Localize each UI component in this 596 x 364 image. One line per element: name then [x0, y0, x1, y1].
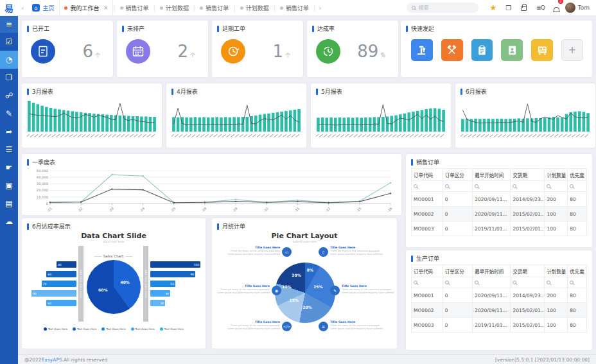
column-header[interactable]: 最早开始时间 [473, 169, 511, 181]
column-header[interactable]: 优先度 [568, 265, 587, 277]
callout-title: Title Goes Here [216, 284, 270, 288]
sales-orders-card: 销售订单 订单代码订单区分最早开始时间交货期计划数量优先度MO000102020… [406, 154, 592, 247]
username: Tom [578, 4, 590, 11]
copyright-suffix: .All rights reserved [62, 357, 108, 363]
stat-unit: % [380, 53, 385, 58]
lock-icon[interactable] [521, 6, 527, 11]
filter-cell[interactable] [443, 181, 473, 192]
staff-button[interactable] [501, 39, 523, 61]
column-header[interactable]: 订单代码 [412, 265, 443, 277]
filter-cell[interactable] [473, 181, 511, 192]
sidebar-item-production-schedule[interactable]: ◔ [0, 51, 18, 69]
column-header[interactable]: 订单代码 [412, 169, 443, 181]
card-title: 月统计单 [222, 222, 245, 230]
equipment-button[interactable] [531, 39, 553, 61]
tab-item-3[interactable]: 销售订单 [195, 0, 233, 16]
add-quick-button[interactable]: + [561, 39, 583, 61]
column-header[interactable]: 计划数量 [545, 169, 568, 181]
svg-text:-10: -10 [263, 207, 269, 213]
tab-item-5[interactable]: 销售订单 [276, 0, 313, 16]
repair-button[interactable] [441, 39, 463, 61]
sidebar-item-document[interactable]: ✎ [0, 105, 18, 123]
tab-item-4[interactable]: 计划数据 [236, 0, 274, 16]
filter-cell[interactable] [443, 277, 473, 288]
filter-cell[interactable] [545, 181, 568, 192]
search-input[interactable] [418, 5, 469, 11]
table-cell: 0 [443, 192, 473, 207]
stat-card-header: 延期工单 [217, 24, 298, 33]
slide-left-bar: 40 [57, 261, 76, 268]
avatar[interactable] [565, 3, 575, 13]
column-header[interactable]: 订单区分 [443, 169, 473, 181]
column-header[interactable]: 交货期 [511, 169, 545, 181]
filter-cell[interactable] [511, 277, 545, 288]
order-button[interactable] [471, 39, 493, 61]
sidebar-item-task-board[interactable]: ☑ [0, 33, 18, 51]
sidebar-item-menu-collapse[interactable]: ≡ [0, 16, 18, 33]
column-header[interactable]: 交货期 [511, 265, 545, 277]
fullscreen-icon[interactable]: ❐ [505, 4, 511, 12]
favorite-star-icon[interactable]: ★ [489, 3, 496, 12]
filter-cell[interactable] [568, 277, 587, 288]
filter-cell[interactable] [545, 277, 568, 288]
slide-center: Sales Chart 60% 40% [85, 254, 141, 314]
table-row[interactable]: MO000302019/11/01...2015/02/01...10080 [412, 221, 587, 236]
table-row[interactable]: MO000102020/09/11...2014/09/23...20080 [412, 288, 587, 303]
filter-cell[interactable] [473, 277, 511, 288]
filter-cell[interactable] [568, 181, 587, 192]
achievement-slide-title: 6月达成率展示 [27, 222, 200, 230]
bar-value: 100 [193, 263, 199, 266]
month-chart-wrap [27, 97, 157, 147]
back-chevron-icon[interactable]: ‹ [18, 4, 27, 12]
table-row[interactable]: MO000302019/11/01...2015/02/01...10080 [412, 318, 587, 333]
sidebar-item-material-book[interactable]: ❒ [0, 69, 18, 87]
column-header[interactable]: 计划数量 [545, 265, 568, 277]
production-schedule-icon: ◔ [6, 56, 12, 64]
table-row[interactable]: MO000102020/09/11...2014/09/23...20080 [412, 192, 587, 207]
quick-launch-title: 快速发起 [406, 24, 587, 33]
quarter-chart-card: 一季度表 010,00020,00030,00040,00050,000-01-… [22, 154, 401, 215]
filter-cell[interactable] [412, 181, 443, 192]
callout-title: Title Goes Here [342, 284, 396, 288]
table-cell: 2014/09/23... [511, 288, 545, 303]
production-orders-table: 订单代码订单区分最早开始时间交货期计划数量优先度MO000102020/09/1… [411, 264, 587, 333]
sales-chart-label: Sales Chart [94, 254, 133, 258]
dispatch-button[interactable] [411, 39, 433, 61]
log-search-icon[interactable]: ≣Q [536, 4, 545, 11]
bar-value: 30 [161, 302, 164, 305]
table-cell: 0 [443, 221, 473, 236]
forward-chevron-icon[interactable]: › [315, 4, 324, 12]
document-icon: ✎ [6, 110, 12, 117]
search-box[interactable] [407, 3, 478, 13]
tab-active-workbench[interactable]: 我的工作台 × [59, 0, 113, 16]
filter-cell[interactable] [412, 277, 443, 288]
table-row[interactable]: MO000202020/09/11...2015/02/01...10080 [412, 207, 587, 221]
close-tab-icon[interactable]: × [103, 5, 108, 11]
brand-link[interactable]: EasyAPS [42, 357, 62, 363]
sidebar-item-work-list[interactable]: ☰ [0, 141, 18, 159]
notifications-button[interactable]: 3 [554, 2, 559, 14]
table-row[interactable]: MO000202020/09/11...2015/02/01...10080 [412, 303, 587, 318]
app-logo[interactable]: 易 [0, 0, 18, 15]
table-cell: 0 [443, 303, 473, 318]
stat-card-header: 已开工 [27, 24, 108, 33]
month-bar-chart [316, 97, 446, 144]
calendar-icon [126, 39, 150, 64]
callout-bottom-right: ≡Title Goes HereThere are many of the va… [319, 320, 394, 331]
filter-cell[interactable] [511, 181, 545, 192]
callout-body: There are many of the variations passage… [342, 288, 396, 295]
sidebar-item-order-export[interactable]: ➦ [0, 123, 18, 141]
sidebar-item-device-report[interactable]: ▤ [0, 195, 18, 212]
sidebar-item-cloud-sync[interactable]: ☁ [0, 212, 18, 230]
sidebar-item-org-structure[interactable]: ☍ [0, 87, 18, 105]
column-header[interactable]: 优先度 [568, 169, 587, 181]
tab-item-1[interactable]: 销售订单 [116, 0, 153, 16]
tab-home[interactable]: ⌂ 主页 [27, 4, 59, 12]
sidebar-item-warehouse[interactable]: ▣ [0, 177, 18, 195]
tab-item-2[interactable]: 计划数据 [155, 0, 193, 16]
svg-text:-01: -01 [46, 207, 53, 213]
column-header[interactable]: 最早开始时间 [473, 265, 511, 277]
column-header[interactable]: 订单区分 [443, 265, 473, 277]
footer: @2022EasyAPS.All rights reserved [versio… [18, 354, 596, 364]
sidebar-item-delivery[interactable]: ☛ [0, 159, 18, 177]
